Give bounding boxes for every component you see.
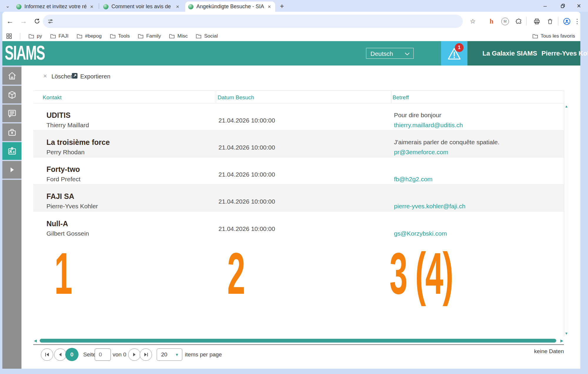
- sidebar-item-home[interactable]: [2, 67, 21, 85]
- table-row[interactable]: Null-A Gilbert Gossein 21.04.2026 10:00:…: [33, 212, 564, 239]
- row-email-link[interactable]: fb@h2g2.com: [394, 176, 432, 183]
- toolbar-separator: [558, 17, 558, 25]
- bookmark-folder-py[interactable]: py: [29, 33, 42, 39]
- new-tab-button[interactable]: +: [278, 2, 286, 11]
- address-bar[interactable]: [43, 15, 463, 28]
- delete-x-icon: ×: [43, 72, 47, 80]
- all-bookmarks-button[interactable]: Tous les favoris: [532, 31, 575, 41]
- app-header: SIAMS Deutsch 1 La Galaxie SIAMS: [2, 41, 580, 66]
- tab-divider: [99, 3, 99, 9]
- delete-button[interactable]: Löschen: [51, 73, 74, 80]
- apps-grid-icon[interactable]: [6, 33, 12, 39]
- row-company: La troisième force: [46, 138, 110, 147]
- window-restore-button[interactable]: [557, 0, 569, 12]
- profile-icon[interactable]: [562, 17, 571, 26]
- sidebar: [2, 66, 21, 369]
- tab-close-icon[interactable]: ×: [89, 4, 95, 10]
- column-header-betreff[interactable]: Betreff: [392, 94, 409, 101]
- row-contact: Perry Rhodan: [46, 149, 85, 156]
- row-company: UDITIS: [46, 111, 71, 120]
- bookmark-star-icon[interactable]: ☆: [468, 17, 477, 26]
- folder-icon: [110, 34, 116, 38]
- table-row[interactable]: FAJI SA Pierre-Yves Kohler 21.04.2026 10…: [33, 185, 564, 212]
- chevron-down-icon: [405, 53, 410, 55]
- bookmark-label: FAJI: [59, 33, 69, 39]
- folder-icon: [77, 34, 82, 38]
- row-email-link[interactable]: pierre-yves.kohler@faji.ch: [394, 203, 465, 210]
- export-button[interactable]: Exportieren: [80, 73, 110, 80]
- annotation-3-4: 3 (4): [390, 244, 453, 303]
- column-header-kontakt[interactable]: Kontakt: [43, 94, 61, 101]
- bookmark-label: Misc: [177, 33, 188, 39]
- annotation-2: 2: [227, 244, 245, 303]
- row-company: FAJI SA: [46, 192, 74, 201]
- sidebar-item-products[interactable]: [2, 86, 21, 103]
- row-email-link[interactable]: thierry.maillard@uditis.ch: [394, 122, 463, 129]
- user-name: Pierre-Yves Kohler: [542, 50, 588, 57]
- page-number-input[interactable]: 0: [95, 348, 111, 361]
- print-icon[interactable]: [532, 17, 541, 26]
- column-divider: [564, 90, 564, 103]
- column-header-datum[interactable]: Datum Besuch: [218, 94, 254, 101]
- next-page-button[interactable]: [128, 348, 141, 361]
- tab-close-icon[interactable]: ×: [266, 4, 272, 10]
- reload-icon[interactable]: [32, 16, 42, 26]
- scroll-up-icon[interactable]: ▲: [564, 104, 569, 108]
- bookmark-folder-bepog[interactable]: #bepog: [77, 33, 102, 39]
- back-icon[interactable]: ←: [5, 16, 15, 26]
- sidebar-item-business[interactable]: [2, 123, 21, 141]
- bookmark-label: Tools: [118, 33, 130, 39]
- bookmark-label: Family: [146, 33, 161, 39]
- scroll-left-icon[interactable]: ◀: [34, 338, 37, 343]
- scroll-down-icon[interactable]: ▼: [564, 331, 569, 336]
- browser-tab-3-active[interactable]: Angekündigte Besuche - SIAMS ×: [185, 1, 275, 12]
- bookmark-folder-tools[interactable]: Tools: [110, 33, 130, 39]
- window-minimize-button[interactable]: –: [539, 0, 551, 12]
- scrollbar-thumb[interactable]: [40, 339, 556, 343]
- tab-search-icon[interactable]: ⌄: [4, 2, 12, 10]
- scroll-right-icon[interactable]: ▶: [560, 338, 563, 343]
- table-row[interactable]: Forty-two Ford Prefect 21.04.2026 10:00:…: [33, 157, 564, 185]
- siams-logo[interactable]: SIAMS: [5, 43, 45, 63]
- language-select[interactable]: Deutsch: [366, 48, 414, 59]
- tab-close-icon[interactable]: ×: [175, 4, 181, 10]
- tune-icon[interactable]: [48, 19, 53, 24]
- first-page-button[interactable]: [41, 348, 53, 361]
- grid-bottom-border: [33, 344, 564, 345]
- current-page-button[interactable]: 0: [65, 348, 78, 361]
- siams-app: SIAMS Deutsch 1 La Galaxie SIAMS: [2, 41, 580, 369]
- bookmark-folder-faji[interactable]: FAJI: [50, 33, 69, 39]
- row-email-link[interactable]: pr@3emeforce.com: [394, 149, 448, 156]
- sidebar-expand-button[interactable]: [2, 161, 21, 179]
- browser-toolbar: ← → ☆ h M ⋮: [2, 12, 580, 31]
- folder-icon: [29, 34, 34, 38]
- language-value: Deutsch: [370, 50, 393, 57]
- extension-h-icon[interactable]: h: [487, 17, 496, 26]
- bookmark-folder-social[interactable]: Social: [196, 33, 218, 39]
- select-caret-icon: ▼: [175, 353, 179, 357]
- bookmark-folder-misc[interactable]: Misc: [169, 33, 188, 39]
- browser-menu-icon[interactable]: ⋮: [573, 17, 582, 26]
- page-size-select[interactable]: 20 ▼: [157, 348, 182, 361]
- browser-tab-2[interactable]: Comment voir les avis de visite ×: [100, 1, 183, 12]
- table-row[interactable]: La troisième force Perry Rhodan 21.04.20…: [33, 130, 564, 157]
- browser-tab-1[interactable]: Informez et invitez votre réseau ×: [13, 1, 98, 12]
- extensions-puzzle-icon[interactable]: [514, 17, 523, 26]
- bookmark-folder-family[interactable]: Family: [138, 33, 161, 39]
- vertical-scrollbar[interactable]: ▲ ▼: [564, 103, 569, 336]
- notifications-button[interactable]: 1: [441, 41, 467, 66]
- browser-tab-strip: ⌄ Informez et invitez votre réseau × Com…: [0, 0, 588, 12]
- sidebar-item-messages[interactable]: [2, 105, 21, 122]
- user-menu[interactable]: La Galaxie SIAMS Pierre-Yves Kohler: [467, 41, 580, 66]
- horizontal-scrollbar[interactable]: ◀ ▶: [33, 338, 564, 343]
- table-row[interactable]: UDITIS Thierry Maillard 21.04.2026 10:00…: [33, 103, 564, 130]
- forward-icon[interactable]: →: [19, 16, 28, 26]
- page-size-value: 20: [161, 351, 167, 358]
- extension-m-icon[interactable]: M: [501, 17, 510, 26]
- trash-icon[interactable]: [546, 17, 554, 26]
- window-close-button[interactable]: ×: [573, 0, 585, 12]
- previous-page-button[interactable]: [54, 348, 66, 361]
- row-email-link[interactable]: gs@Korzybski.com: [394, 230, 447, 237]
- sidebar-item-visits-active[interactable]: [2, 142, 21, 160]
- last-page-button[interactable]: [140, 348, 152, 361]
